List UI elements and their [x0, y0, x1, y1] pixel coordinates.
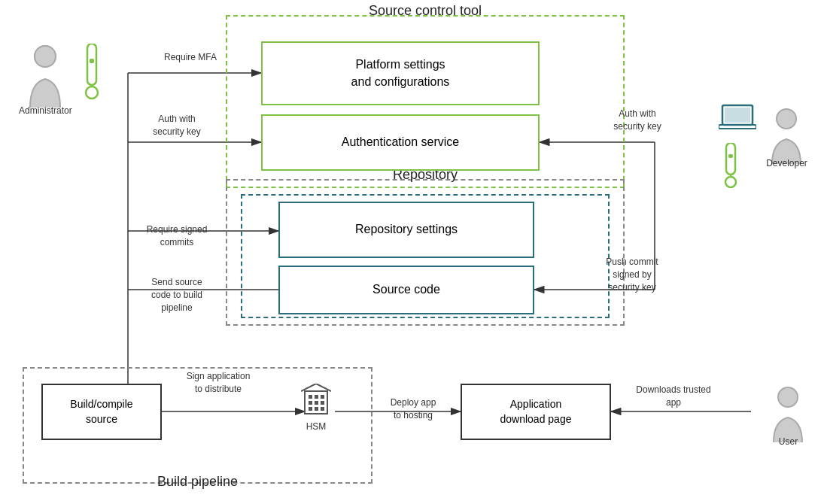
administrator-label: Administrator [19, 105, 72, 116]
build-pipeline-label: Build pipeline [23, 474, 372, 490]
svg-rect-39 [728, 154, 733, 158]
auth-security-key-left-label: Auth with security key [132, 113, 222, 138]
svg-rect-34 [725, 108, 750, 123]
developer-label: Developer [766, 158, 807, 169]
svg-rect-23 [321, 407, 324, 411]
svg-rect-15 [309, 395, 312, 399]
push-commit-label: Push commit signed by security key [587, 256, 677, 293]
svg-rect-31 [90, 59, 94, 63]
source-code-label: Source code [372, 281, 440, 298]
svg-point-40 [778, 387, 798, 407]
sign-application-label: Sign application to distribute [169, 370, 267, 396]
svg-point-29 [86, 87, 98, 99]
send-source-label: Send source code to build pipeline [128, 276, 226, 314]
svg-rect-36 [726, 143, 735, 175]
svg-line-24 [301, 384, 316, 391]
svg-line-25 [316, 384, 331, 391]
app-download-box: Application download page [461, 384, 611, 440]
hsm-label: HSM [306, 421, 327, 432]
admin-security-key-icon [81, 44, 102, 103]
build-compile-label: Build/compile source [70, 397, 132, 427]
dev-security-key-icon [722, 143, 739, 191]
downloads-trusted-label: Downloads trusted app [621, 384, 726, 409]
svg-point-32 [777, 109, 796, 129]
repo-settings-box: Repository settings [278, 202, 534, 258]
repo-settings-label: Repository settings [355, 221, 458, 238]
user-label: User [779, 436, 798, 447]
developer-icon [766, 105, 807, 165]
administrator-person: Administrator [19, 41, 72, 116]
svg-rect-18 [309, 401, 312, 405]
require-mfa-label: Require MFA [145, 51, 236, 64]
svg-rect-21 [309, 407, 312, 411]
svg-point-27 [35, 46, 56, 67]
auth-security-key-right-label: Auth with security key [596, 108, 679, 133]
platform-settings-box: Platform settings and configurations [261, 41, 540, 105]
developer-person: Developer [766, 105, 807, 169]
svg-rect-20 [321, 401, 324, 405]
svg-rect-16 [315, 395, 318, 399]
svg-rect-35 [719, 125, 756, 129]
administrator-icon [23, 41, 68, 109]
svg-rect-22 [315, 407, 318, 411]
auth-service-box: Authentication service [261, 114, 540, 171]
user-person: User [768, 384, 809, 447]
svg-rect-19 [315, 401, 318, 405]
user-icon [768, 384, 809, 444]
diagram: Source control tool Repository Build pip… [0, 0, 824, 504]
deploy-app-label: Deploy app to hosting [372, 396, 455, 422]
platform-settings-label: Platform settings and configurations [351, 56, 450, 90]
svg-rect-28 [87, 44, 96, 85]
hsm-icon: HSM [301, 384, 331, 432]
svg-rect-17 [321, 395, 324, 399]
developer-laptop-icon [719, 104, 756, 137]
source-control-label: Source control tool [226, 3, 625, 19]
app-download-label: Application download page [500, 397, 572, 427]
require-signed-label: Require signed commits [128, 223, 226, 249]
source-code-box: Source code [278, 266, 534, 314]
build-compile-box: Build/compile source [41, 384, 162, 440]
svg-point-37 [725, 177, 736, 187]
auth-service-label: Authentication service [342, 134, 460, 150]
